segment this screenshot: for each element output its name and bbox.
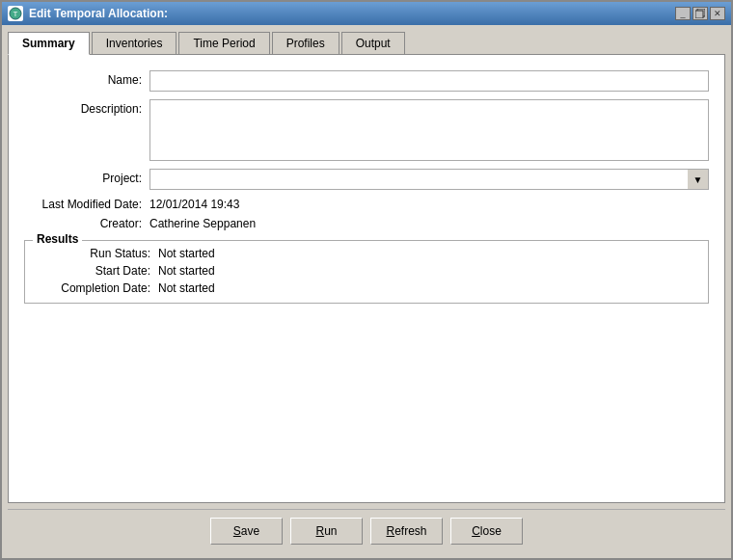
project-label: Project: bbox=[24, 169, 149, 185]
close-label: Close bbox=[472, 524, 502, 538]
refresh-button[interactable]: Refresh bbox=[370, 518, 443, 545]
description-row: Description: bbox=[24, 99, 709, 161]
title-bar: T Edit Temporal Allocation: _ ✕ bbox=[2, 2, 731, 25]
tab-profiles[interactable]: Profiles bbox=[272, 32, 339, 55]
tab-bar: Summary Inventories Time Period Profiles… bbox=[8, 31, 725, 54]
close-button-bottom[interactable]: Close bbox=[450, 518, 523, 545]
project-select-wrapper: ▼ bbox=[149, 169, 709, 190]
description-input[interactable] bbox=[149, 99, 709, 161]
completion-date-row: Completion Date: Not started bbox=[41, 281, 700, 295]
tab-inventories[interactable]: Inventories bbox=[92, 32, 177, 55]
window-controls: _ ✕ bbox=[675, 7, 725, 20]
last-modified-row: Last Modified Date: 12/01/2014 19:43 bbox=[24, 198, 709, 211]
project-dropdown-button[interactable]: ▼ bbox=[688, 169, 709, 190]
summary-panel: Name: Description: Project: ▼ Last Modif… bbox=[8, 54, 725, 503]
window-content: Summary Inventories Time Period Profiles… bbox=[2, 25, 731, 558]
last-modified-label: Last Modified Date: bbox=[24, 198, 149, 211]
description-label: Description: bbox=[24, 99, 149, 116]
project-input[interactable] bbox=[149, 169, 709, 190]
start-date-row: Start Date: Not started bbox=[41, 264, 700, 278]
run-label: Run bbox=[315, 524, 337, 538]
results-grid: Run Status: Not started Start Date: Not … bbox=[33, 247, 700, 295]
results-title: Results bbox=[33, 232, 82, 246]
name-label: Name: bbox=[24, 70, 149, 87]
restore-icon bbox=[695, 9, 705, 18]
completion-date-value: Not started bbox=[158, 281, 215, 295]
close-button[interactable]: ✕ bbox=[710, 7, 725, 20]
start-date-label: Start Date: bbox=[41, 264, 158, 278]
run-status-value: Not started bbox=[158, 247, 215, 260]
creator-row: Creator: Catherine Seppanen bbox=[24, 217, 709, 230]
svg-rect-3 bbox=[695, 11, 703, 18]
main-window: T Edit Temporal Allocation: _ ✕ Summary … bbox=[0, 0, 733, 560]
completion-date-label: Completion Date: bbox=[41, 281, 158, 295]
creator-label: Creator: bbox=[24, 217, 149, 230]
tab-output[interactable]: Output bbox=[341, 32, 405, 55]
last-modified-value: 12/01/2014 19:43 bbox=[149, 198, 239, 211]
run-status-label: Run Status: bbox=[41, 247, 158, 260]
bottom-bar: Save Run Refresh Close bbox=[8, 509, 725, 552]
run-button[interactable]: Run bbox=[290, 518, 363, 545]
save-button[interactable]: Save bbox=[210, 518, 283, 545]
tab-summary[interactable]: Summary bbox=[8, 32, 90, 55]
save-label: Save bbox=[233, 524, 259, 538]
run-status-row: Run Status: Not started bbox=[41, 247, 700, 260]
restore-button[interactable] bbox=[692, 7, 708, 20]
name-input[interactable] bbox=[149, 70, 709, 92]
app-icon: T bbox=[8, 6, 23, 21]
creator-value: Catherine Seppanen bbox=[149, 217, 256, 230]
name-row: Name: bbox=[24, 70, 709, 92]
tab-time-period[interactable]: Time Period bbox=[178, 32, 269, 55]
refresh-label: Refresh bbox=[386, 524, 426, 538]
minimize-button[interactable]: _ bbox=[675, 7, 691, 20]
project-row: Project: ▼ bbox=[24, 169, 709, 190]
window-title: Edit Temporal Allocation: bbox=[29, 7, 675, 20]
svg-text:T: T bbox=[14, 10, 18, 18]
start-date-value: Not started bbox=[158, 264, 215, 278]
results-section: Results Run Status: Not started Start Da… bbox=[24, 240, 709, 304]
